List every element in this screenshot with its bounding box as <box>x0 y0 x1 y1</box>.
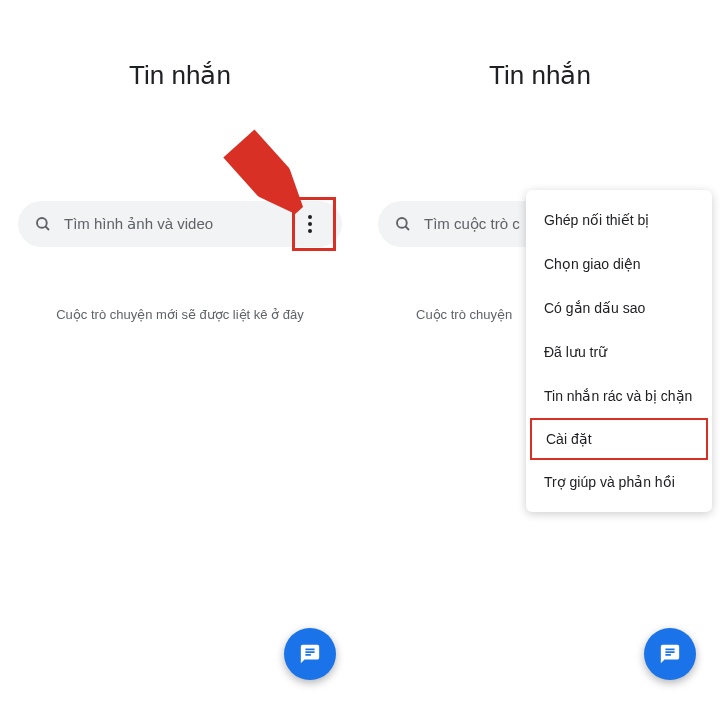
search-placeholder: Tìm hình ảnh và video <box>64 215 290 233</box>
svg-line-1 <box>45 226 49 230</box>
page-title: Tin nhắn <box>360 60 720 91</box>
left-screenshot: Tin nhắn Tìm hình ảnh và video Cuộc trò … <box>0 0 360 720</box>
compose-fab[interactable] <box>644 628 696 680</box>
menu-item-archived[interactable]: Đã lưu trữ <box>526 330 712 374</box>
search-icon <box>34 215 52 233</box>
menu-item-spam-blocked[interactable]: Tin nhắn rác và bị chặn <box>526 374 712 418</box>
overflow-menu: Ghép nối thiết bị Chọn giao diện Có gắn … <box>526 190 712 512</box>
overflow-menu-button[interactable] <box>294 208 326 240</box>
menu-item-help-feedback[interactable]: Trợ giúp và phản hồi <box>526 460 712 504</box>
menu-item-pair-device[interactable]: Ghép nối thiết bị <box>526 198 712 242</box>
page-title: Tin nhắn <box>0 60 360 91</box>
right-screenshot: Tin nhắn Tìm cuộc trò c Cuộc trò chuyện … <box>360 0 720 720</box>
search-icon <box>394 215 412 233</box>
svg-point-4 <box>397 218 407 228</box>
more-vert-icon <box>308 215 312 233</box>
svg-line-5 <box>405 226 409 230</box>
compose-fab[interactable] <box>284 628 336 680</box>
menu-item-choose-theme[interactable]: Chọn giao diện <box>526 242 712 286</box>
empty-state-text: Cuộc trò chuyện mới sẽ được liệt kê ở đâ… <box>0 307 360 322</box>
menu-item-settings[interactable]: Cài đặt <box>530 418 708 460</box>
menu-item-starred[interactable]: Có gắn dấu sao <box>526 286 712 330</box>
chat-icon <box>299 643 321 665</box>
svg-point-0 <box>37 218 47 228</box>
chat-icon <box>659 643 681 665</box>
svg-line-3 <box>244 149 286 196</box>
